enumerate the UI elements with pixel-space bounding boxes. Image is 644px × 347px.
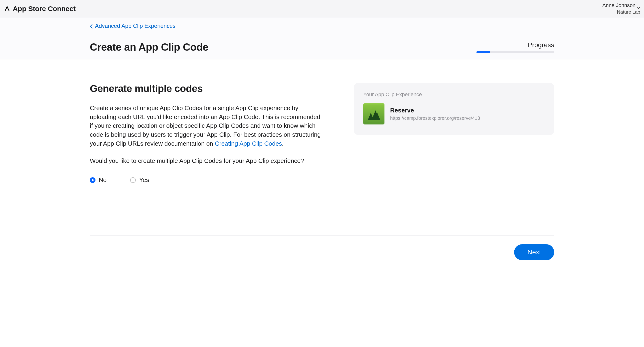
experience-name: Reserve bbox=[390, 107, 480, 114]
page-title: Create an App Clip Code bbox=[90, 41, 208, 53]
radio-yes[interactable]: Yes bbox=[130, 176, 149, 184]
top-bar: App Store Connect Anne Johnson Nature La… bbox=[0, 0, 644, 18]
section-body-suffix: . bbox=[282, 140, 284, 147]
radio-no-label: No bbox=[99, 176, 106, 184]
prompt-text: Would you like to create multiple App Cl… bbox=[90, 156, 321, 166]
app-store-connect-icon bbox=[4, 6, 10, 12]
breadcrumb-back-link[interactable]: Advanced App Clip Experiences bbox=[90, 23, 176, 29]
footer: Next bbox=[90, 236, 554, 260]
section-body: Create a series of unique App Clip Codes… bbox=[90, 104, 321, 148]
user-menu[interactable]: Anne Johnson Nature Lab bbox=[602, 2, 640, 15]
section-title: Generate multiple codes bbox=[90, 83, 321, 94]
page-header: Advanced App Clip Experiences Create an … bbox=[0, 18, 644, 60]
user-name: Anne Johnson bbox=[602, 2, 636, 8]
progress-block: Progress bbox=[476, 41, 554, 53]
user-org: Nature Lab bbox=[617, 10, 640, 15]
progress-label: Progress bbox=[528, 41, 554, 49]
radio-yes-circle bbox=[130, 177, 136, 183]
brand: App Store Connect bbox=[4, 5, 76, 13]
breadcrumb: Advanced App Clip Experiences bbox=[90, 18, 554, 33]
svg-point-0 bbox=[6, 6, 8, 7]
main-content: Generate multiple codes Create a series … bbox=[80, 60, 564, 260]
radio-no-circle bbox=[90, 177, 96, 183]
right-column: Your App Clip Experience Reserve https:/… bbox=[354, 83, 554, 135]
section-body-prefix: Create a series of unique App Clip Codes… bbox=[90, 104, 321, 147]
next-button[interactable]: Next bbox=[514, 244, 554, 260]
brand-title: App Store Connect bbox=[13, 5, 76, 13]
radio-no[interactable]: No bbox=[90, 176, 106, 184]
chevron-left-icon bbox=[90, 24, 93, 28]
experience-card-label: Your App Clip Experience bbox=[363, 92, 545, 98]
experience-app-icon bbox=[363, 103, 384, 124]
breadcrumb-back-label: Advanced App Clip Experiences bbox=[95, 23, 176, 29]
creating-app-clip-codes-link[interactable]: Creating App Clip Codes bbox=[215, 140, 282, 147]
experience-url: https://camp.forestexplorer.org/reserve/… bbox=[390, 116, 480, 121]
experience-card: Your App Clip Experience Reserve https:/… bbox=[354, 83, 554, 135]
radio-yes-label: Yes bbox=[139, 176, 149, 184]
radio-group: No Yes bbox=[90, 176, 321, 184]
left-column: Generate multiple codes Create a series … bbox=[90, 83, 321, 184]
chevron-down-icon bbox=[637, 4, 640, 6]
progress-bar bbox=[476, 51, 554, 53]
